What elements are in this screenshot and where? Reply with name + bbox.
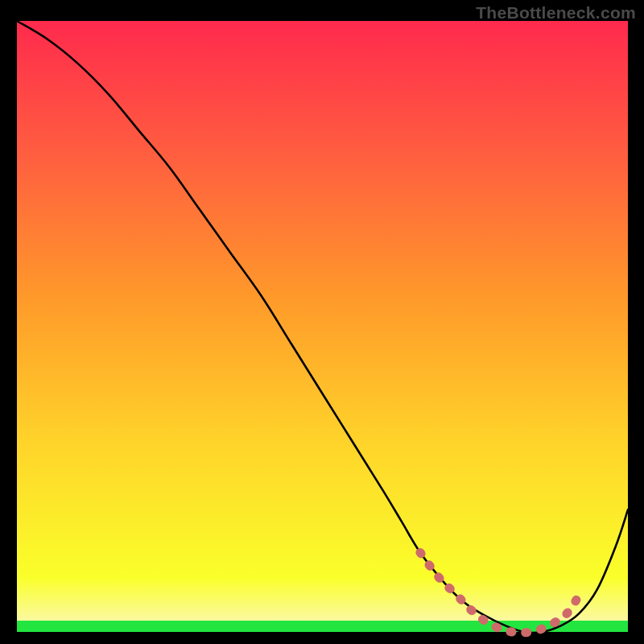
chart-stage: TheBottleneck.com [0,0,644,644]
pale-band [17,577,628,621]
heat-gradient [17,21,628,577]
bottleneck-chart [0,0,644,644]
watermark-label: TheBottleneck.com [476,3,636,23]
